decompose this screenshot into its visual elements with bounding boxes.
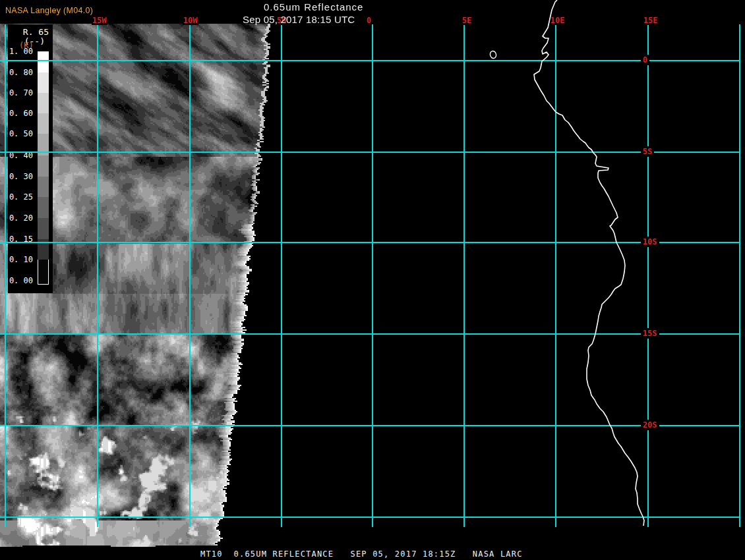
satellite-product-viewer: R. 65 (--) (K) 1. 000. 800. 700. 600. 50…	[0, 0, 745, 560]
footer-caption: MT10 0.65UM REFLECTANCE SEP 05, 2017 18:…	[200, 549, 523, 559]
coastline-overlay	[0, 0, 745, 560]
source-label: NASA Langley (M04.0)	[5, 6, 93, 15]
product-timestamp: Sep 05, 2017 18:15 UTC	[243, 14, 355, 25]
island-outline	[489, 51, 497, 59]
product-title: 0.65um Reflectance	[264, 1, 363, 13]
footer-caption-bar: MT10 0.65UM REFLECTANCE SEP 05, 2017 18:…	[0, 548, 745, 560]
coastline-path	[534, 0, 644, 526]
